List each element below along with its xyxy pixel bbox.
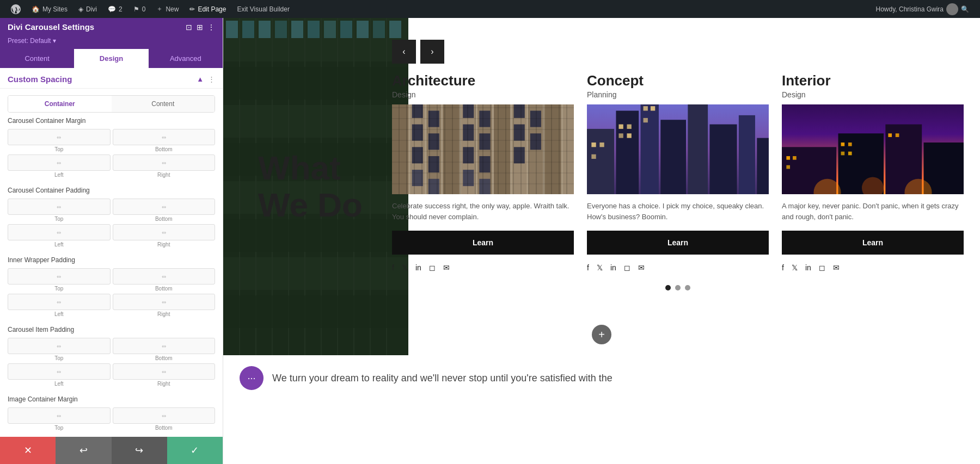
carousel-next-button[interactable]: ›: [420, 40, 444, 64]
options-icon[interactable]: ⋮: [208, 75, 215, 83]
item-2-learn-button[interactable]: Learn: [782, 231, 964, 255]
twitter-icon-2[interactable]: 𝕏: [792, 263, 798, 272]
item-1-image: [587, 104, 769, 194]
pending-menu[interactable]: ⚑ 0: [128, 0, 151, 18]
ci-right-input[interactable]: ⇔: [113, 363, 216, 380]
svg-rect-57: [479, 179, 490, 194]
svg-rect-56: [479, 156, 490, 172]
padding-right-input[interactable]: ⇔: [113, 224, 216, 240]
collapse-icon[interactable]: ▲: [197, 75, 204, 83]
ci-bottom-input[interactable]: ⇔: [113, 338, 216, 354]
carousel-prev-button[interactable]: ‹: [392, 40, 416, 64]
padding-bottom-wrap: ⇔ Bottom: [113, 199, 216, 222]
svg-rect-52: [463, 147, 474, 163]
facebook-icon-1[interactable]: f: [587, 263, 589, 272]
margin-bottom-input[interactable]: ⇔: [113, 129, 216, 145]
panel-header-icons: ⊡ ⊞ ⋮: [186, 23, 215, 32]
save-button[interactable]: ✓: [167, 437, 223, 464]
svg-rect-55: [479, 133, 490, 150]
edit-page-menu[interactable]: ✏ Edit Page: [184, 0, 231, 18]
svg-rect-42: [412, 104, 423, 118]
sub-tab-container[interactable]: Container: [8, 96, 112, 112]
wp-logo-item[interactable]: [5, 0, 26, 18]
linkedin-icon-1[interactable]: in: [610, 263, 616, 272]
grid-icon[interactable]: ⊞: [197, 23, 203, 32]
padding-bottom-input[interactable]: ⇔: [113, 199, 216, 215]
ci-left-input[interactable]: ⇔: [8, 363, 111, 380]
margin-top-input[interactable]: ⇔: [8, 129, 111, 145]
svg-rect-67: [641, 104, 659, 194]
linkedin-icon-2[interactable]: in: [805, 263, 811, 272]
dot-2[interactable]: [685, 285, 690, 290]
img-top-input[interactable]: ⇔: [8, 407, 111, 424]
svg-rect-97: [848, 143, 852, 146]
margin-right-input[interactable]: ⇔: [113, 154, 216, 171]
facebook-icon-0[interactable]: f: [392, 263, 394, 272]
instagram-icon-1[interactable]: ◻: [624, 263, 630, 272]
svg-rect-37: [494, 104, 510, 194]
chat-icon: ···: [247, 373, 255, 384]
item-2-social-icons: f 𝕏 in ◻ ✉: [782, 263, 964, 272]
add-section-button[interactable]: +: [592, 325, 611, 344]
twitter-icon-1[interactable]: 𝕏: [597, 263, 603, 272]
svg-rect-60: [514, 147, 525, 163]
item-1-subtitle: Planning: [587, 90, 769, 99]
svg-rect-21: [259, 21, 271, 38]
search-icon[interactable]: 🔍: [961, 5, 969, 13]
undo-button[interactable]: ↩: [56, 437, 111, 464]
svg-rect-23: [291, 21, 303, 38]
iw-left-input[interactable]: ⇔: [8, 294, 111, 310]
margin-right-wrap: ⇔ Right: [113, 154, 216, 178]
svg-rect-69: [688, 104, 708, 194]
cancel-button[interactable]: ✕: [0, 437, 56, 464]
item-2-image: [782, 104, 964, 194]
more-icon[interactable]: ⋮: [207, 23, 215, 32]
img-bottom-input[interactable]: ⇔: [113, 407, 216, 424]
divi-menu[interactable]: ◈ Divi: [73, 0, 102, 18]
redo-button[interactable]: ↪: [112, 437, 167, 464]
ci-left-label: Left: [54, 381, 64, 387]
sub-tabs: Container Content: [8, 95, 215, 113]
email-icon-0[interactable]: ✉: [443, 263, 450, 272]
ci-top-input[interactable]: ⇔: [8, 338, 111, 354]
twitter-icon-0[interactable]: 𝕏: [402, 263, 408, 272]
sub-tab-content[interactable]: Content: [112, 96, 215, 112]
padding-left-input[interactable]: ⇔: [8, 224, 111, 240]
item-1-learn-button[interactable]: Learn: [587, 231, 769, 255]
linkedin-icon-0[interactable]: in: [415, 263, 421, 272]
margin-left-input[interactable]: ⇔: [8, 154, 111, 171]
minimize-icon[interactable]: ⊡: [186, 23, 192, 32]
new-item-menu[interactable]: ＋ New: [151, 0, 184, 18]
email-icon-2[interactable]: ✉: [833, 263, 840, 272]
svg-rect-33: [426, 104, 441, 194]
svg-rect-81: [651, 106, 655, 110]
dot-1[interactable]: [675, 285, 681, 290]
item-0-learn-button[interactable]: Learn: [392, 231, 574, 255]
panel-preset[interactable]: Preset: Default ▾: [0, 36, 223, 49]
my-sites-menu[interactable]: 🏠 My Sites: [26, 0, 73, 18]
chat-bubble[interactable]: ···: [240, 366, 264, 390]
facebook-icon-2[interactable]: f: [782, 263, 784, 272]
iw-right-input[interactable]: ⇔: [113, 294, 216, 310]
iw-bottom-input[interactable]: ⇔: [113, 268, 216, 284]
admin-bar: 🏠 My Sites ◈ Divi 💬 2 ⚑ 0 ＋ New ✏ Edit P…: [0, 0, 980, 18]
inner-wrapper-padding-group: Inner Wrapper Padding ⇔ Top ⇔ Bottom ⇔ L…: [8, 256, 215, 317]
iw-top-label: Top: [54, 286, 63, 292]
tab-design[interactable]: Design: [74, 49, 148, 68]
dot-0[interactable]: [665, 285, 671, 290]
bottom-text: We turn your dream to reality and we'll …: [272, 371, 612, 386]
exit-builder-menu[interactable]: Exit Visual Builder: [231, 0, 295, 18]
svg-rect-66: [616, 111, 639, 194]
email-icon-1[interactable]: ✉: [638, 263, 645, 272]
instagram-icon-2[interactable]: ◻: [819, 263, 825, 272]
tab-content[interactable]: Content: [0, 49, 74, 68]
instagram-icon-0[interactable]: ◻: [429, 263, 436, 272]
user-greeting[interactable]: Howdy, Christina Gwira 🔍: [871, 0, 975, 18]
item-0-image: [392, 104, 574, 194]
comments-menu[interactable]: 💬 2: [102, 0, 128, 18]
tab-advanced[interactable]: Advanced: [149, 49, 223, 68]
svg-rect-51: [463, 125, 474, 141]
padding-top-input[interactable]: ⇔: [8, 199, 111, 215]
iw-top-input[interactable]: ⇔: [8, 268, 111, 284]
img-top-label: Top: [54, 425, 63, 431]
